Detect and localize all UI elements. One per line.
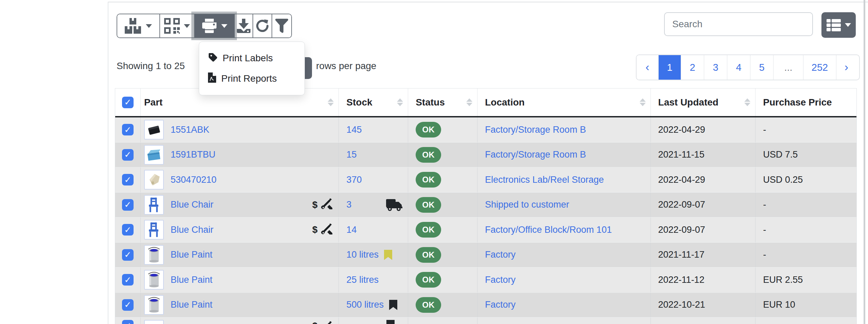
dollar-icon: $	[312, 224, 318, 235]
download-icon	[237, 19, 250, 33]
vertical-scrollbar[interactable]	[864, 0, 865, 324]
row-checkbox[interactable]: ✓	[122, 199, 134, 211]
stock-link[interactable]: 25 litres	[346, 275, 379, 285]
menu-item-print-reports[interactable]: Print Reports	[199, 68, 305, 89]
pagination-page-1[interactable]: 1	[658, 55, 681, 80]
purchase-price: -	[763, 249, 766, 260]
location-link[interactable]: Shipped to customer	[485, 199, 569, 210]
print-actions-button[interactable]	[194, 14, 234, 37]
purchase-price: EUR 10	[763, 299, 795, 310]
table-row: ✓ Blue Paint 10 litres OK Factory 2	[115, 243, 856, 268]
row-checkbox[interactable]: ✓	[122, 299, 134, 311]
download-button[interactable]	[234, 14, 253, 37]
select-all-checkbox[interactable]: ✓	[122, 97, 134, 108]
location-link[interactable]: Electronics Lab/Reel Storage	[485, 175, 604, 185]
blue-chair-thumb[interactable]	[144, 195, 164, 215]
menu-item-print-labels[interactable]: Print Labels	[199, 48, 305, 68]
table-row: ✓ Blue Paint 25 litres OK Factory 2022-1…	[115, 268, 856, 293]
stock-link[interactable]: 500 litres	[346, 299, 384, 310]
last-updated: 2022-11-12	[658, 275, 705, 285]
paint-can-thumb[interactable]	[144, 270, 164, 290]
table-toolbar	[117, 14, 292, 38]
column-header-location[interactable]: Location	[478, 88, 651, 116]
purchase-price: -	[763, 199, 766, 210]
part-link[interactable]: 530470210	[171, 175, 216, 185]
tools-icon	[321, 223, 332, 237]
table-row: ✓ Blue Chair $	[115, 217, 856, 243]
stock-actions-button[interactable]	[117, 14, 159, 37]
menu-item-label: Print Labels	[223, 53, 273, 64]
connector-thumb[interactable]	[144, 170, 164, 190]
pagination-next[interactable]: ›	[836, 55, 856, 80]
black-enclosure-thumb[interactable]	[144, 120, 164, 140]
table-row: ✓ $	[115, 318, 856, 324]
blue-part-thumb[interactable]	[144, 320, 164, 324]
part-link[interactable]: Blue Paint	[171, 299, 212, 310]
purchase-price: USD 0.25	[763, 175, 803, 185]
purchase-price: -	[763, 125, 766, 135]
row-checkbox[interactable]: ✓	[122, 224, 134, 236]
row-checkbox[interactable]: ✓	[122, 149, 134, 161]
status-badge: OK	[416, 172, 441, 188]
select-all-header: ✓	[115, 88, 141, 116]
column-header-last-updated[interactable]: Last Updated	[651, 88, 756, 116]
location-link[interactable]: Factory	[485, 249, 516, 260]
column-header-stock[interactable]: Stock	[339, 88, 408, 116]
location-link[interactable]: Factory	[485, 299, 516, 310]
row-checkbox[interactable]: ✓	[122, 320, 134, 324]
part-link[interactable]: 1551ABK	[171, 125, 209, 135]
chevron-down-icon	[184, 24, 190, 28]
last-updated: 2022-04-29	[658, 125, 705, 135]
stock-link[interactable]: 370	[346, 175, 362, 185]
filter-icon	[275, 19, 289, 33]
row-checkbox[interactable]: ✓	[122, 174, 134, 185]
filter-button[interactable]	[272, 14, 291, 37]
stock-link[interactable]: 14	[346, 225, 357, 235]
blue-chair-thumb[interactable]	[144, 220, 164, 240]
dollar-icon: $	[312, 199, 318, 210]
stock-link[interactable]: 15	[346, 149, 357, 160]
location-link[interactable]: Factory/Office Block/Room 101	[485, 225, 612, 235]
pagination-page-5[interactable]: 5	[750, 55, 773, 80]
paint-can-thumb[interactable]	[144, 295, 164, 315]
stock-link[interactable]: 10 litres	[346, 249, 379, 260]
chevron-down-icon	[221, 24, 227, 28]
stock-link[interactable]: 3	[346, 199, 351, 210]
column-header-purchase-price[interactable]: Purchase Price	[756, 88, 856, 116]
panel-top-border	[108, 2, 868, 2]
part-link[interactable]: 1591BTBU	[171, 149, 215, 160]
last-updated: 2021-11-15	[658, 149, 705, 160]
pagination-prev[interactable]: ‹	[637, 55, 658, 80]
paint-can-thumb[interactable]	[144, 245, 164, 265]
pagination-page-2[interactable]: 2	[681, 55, 704, 80]
pagination-page-252[interactable]: 252	[803, 55, 836, 80]
blue-enclosure-thumb[interactable]	[144, 145, 164, 165]
qrcode-icon	[164, 18, 180, 34]
pagination: ‹ 1 2 3 4 5 ... 252 ›	[636, 54, 860, 80]
panel-left-border	[108, 2, 108, 324]
pagination-page-4[interactable]: 4	[727, 55, 750, 80]
location-link[interactable]: Factory/Storage Room B	[485, 149, 586, 160]
barcode-actions-button[interactable]	[159, 14, 194, 37]
tools-icon	[321, 198, 332, 212]
row-checkbox[interactable]: ✓	[122, 274, 134, 286]
chevron-down-icon	[845, 23, 851, 27]
column-header-status[interactable]: Status	[408, 88, 478, 116]
part-link[interactable]: Blue Chair	[171, 199, 213, 210]
stock-table: ✓ Part Stock Status Location Last Update…	[115, 88, 857, 324]
search-input[interactable]	[664, 12, 813, 36]
part-link[interactable]: Blue Paint	[171, 275, 212, 285]
location-link[interactable]: Factory	[485, 275, 516, 285]
table-list-icon	[827, 19, 841, 31]
refresh-button[interactable]	[253, 14, 272, 37]
location-link[interactable]: Factory/Storage Room B	[485, 125, 586, 135]
status-badge: OK	[416, 297, 441, 313]
pagination-page-3[interactable]: 3	[704, 55, 727, 80]
part-link[interactable]: Blue Paint	[171, 249, 212, 260]
stock-link[interactable]: 145	[346, 125, 362, 135]
part-link[interactable]: Blue Chair	[171, 225, 213, 235]
row-checkbox[interactable]: ✓	[122, 124, 134, 135]
column-select-button[interactable]	[821, 12, 856, 38]
row-checkbox[interactable]: ✓	[122, 249, 134, 261]
rows-per-page-label: rows per page	[316, 61, 376, 71]
